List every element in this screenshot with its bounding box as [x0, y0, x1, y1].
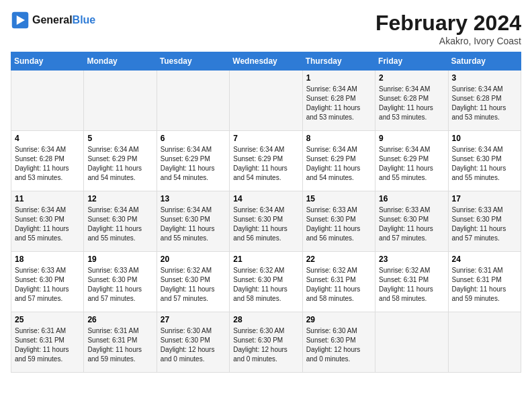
- day-info: Sunrise: 6:34 AM Sunset: 6:29 PM Dayligh…: [161, 145, 226, 183]
- calendar-cell: 3Sunrise: 6:34 AM Sunset: 6:28 PM Daylig…: [448, 71, 521, 131]
- day-number: 1: [306, 73, 371, 83]
- calendar-cell: 28Sunrise: 6:30 AM Sunset: 6:30 PM Dayli…: [230, 312, 302, 373]
- day-number: 28: [233, 315, 298, 324]
- day-info: Sunrise: 6:34 AM Sunset: 6:29 PM Dayligh…: [87, 145, 152, 183]
- day-info: Sunrise: 6:33 AM Sunset: 6:30 PM Dayligh…: [306, 205, 371, 243]
- logo: GeneralBlue: [11, 11, 95, 30]
- day-number: 11: [15, 194, 80, 203]
- week-row-3: 18Sunrise: 6:33 AM Sunset: 6:30 PM Dayli…: [11, 252, 521, 312]
- calendar-cell: 2Sunrise: 6:34 AM Sunset: 6:28 PM Daylig…: [375, 71, 448, 131]
- calendar-cell: 18Sunrise: 6:33 AM Sunset: 6:30 PM Dayli…: [11, 252, 84, 312]
- day-number: 18: [15, 255, 80, 264]
- day-number: 26: [87, 315, 152, 324]
- day-info: Sunrise: 6:31 AM Sunset: 6:31 PM Dayligh…: [452, 266, 517, 304]
- calendar-cell: 8Sunrise: 6:34 AM Sunset: 6:29 PM Daylig…: [302, 131, 375, 191]
- day-info: Sunrise: 6:34 AM Sunset: 6:29 PM Dayligh…: [233, 145, 298, 183]
- main-title: February 2024: [375, 11, 521, 36]
- day-info: Sunrise: 6:32 AM Sunset: 6:30 PM Dayligh…: [161, 266, 226, 304]
- calendar-header: SundayMondayTuesdayWednesdayThursdayFrid…: [11, 52, 521, 71]
- day-info: Sunrise: 6:33 AM Sunset: 6:30 PM Dayligh…: [87, 266, 152, 304]
- page-header: GeneralBlue February 2024 Akakro, Ivory …: [11, 11, 521, 46]
- calendar-cell: 21Sunrise: 6:32 AM Sunset: 6:30 PM Dayli…: [230, 252, 302, 312]
- day-info: Sunrise: 6:34 AM Sunset: 6:29 PM Dayligh…: [379, 145, 444, 183]
- calendar-cell: 13Sunrise: 6:34 AM Sunset: 6:30 PM Dayli…: [157, 191, 229, 252]
- subtitle: Akakro, Ivory Coast: [375, 36, 521, 46]
- calendar-body: 1Sunrise: 6:34 AM Sunset: 6:28 PM Daylig…: [11, 71, 521, 373]
- day-number: 12: [87, 194, 152, 203]
- day-info: Sunrise: 6:34 AM Sunset: 6:28 PM Dayligh…: [379, 85, 444, 122]
- day-number: 13: [161, 194, 226, 203]
- calendar-cell: 19Sunrise: 6:33 AM Sunset: 6:30 PM Dayli…: [84, 252, 157, 312]
- day-number: 9: [379, 134, 444, 143]
- day-info: Sunrise: 6:34 AM Sunset: 6:30 PM Dayligh…: [87, 205, 152, 243]
- day-number: 5: [87, 134, 152, 143]
- title-block: February 2024 Akakro, Ivory Coast: [375, 11, 521, 46]
- week-row-2: 11Sunrise: 6:34 AM Sunset: 6:30 PM Dayli…: [11, 191, 521, 252]
- day-header-friday: Friday: [375, 52, 448, 71]
- calendar-cell: [230, 71, 302, 131]
- day-number: 6: [161, 134, 226, 143]
- calendar-cell: 14Sunrise: 6:34 AM Sunset: 6:30 PM Dayli…: [230, 191, 302, 252]
- calendar-cell: 27Sunrise: 6:30 AM Sunset: 6:30 PM Dayli…: [157, 312, 229, 373]
- week-row-0: 1Sunrise: 6:34 AM Sunset: 6:28 PM Daylig…: [11, 71, 521, 131]
- day-info: Sunrise: 6:33 AM Sunset: 6:30 PM Dayligh…: [15, 266, 80, 304]
- logo-text: GeneralBlue: [32, 14, 95, 26]
- day-number: 19: [87, 255, 152, 264]
- calendar-cell: 29Sunrise: 6:30 AM Sunset: 6:30 PM Dayli…: [302, 312, 375, 373]
- day-header-saturday: Saturday: [448, 52, 521, 71]
- calendar-cell: 15Sunrise: 6:33 AM Sunset: 6:30 PM Dayli…: [302, 191, 375, 252]
- day-info: Sunrise: 6:30 AM Sunset: 6:30 PM Dayligh…: [233, 326, 298, 364]
- day-header-tuesday: Tuesday: [157, 52, 229, 71]
- calendar-cell: 24Sunrise: 6:31 AM Sunset: 6:31 PM Dayli…: [448, 252, 521, 312]
- calendar-cell: [157, 71, 229, 131]
- calendar-cell: 10Sunrise: 6:34 AM Sunset: 6:30 PM Dayli…: [448, 131, 521, 191]
- day-header-wednesday: Wednesday: [230, 52, 302, 71]
- day-info: Sunrise: 6:34 AM Sunset: 6:28 PM Dayligh…: [306, 85, 371, 122]
- day-header-sunday: Sunday: [11, 52, 84, 71]
- calendar-cell: 20Sunrise: 6:32 AM Sunset: 6:30 PM Dayli…: [157, 252, 229, 312]
- day-info: Sunrise: 6:32 AM Sunset: 6:31 PM Dayligh…: [379, 266, 444, 304]
- day-info: Sunrise: 6:34 AM Sunset: 6:30 PM Dayligh…: [233, 205, 298, 243]
- calendar-cell: [84, 71, 157, 131]
- calendar-cell: [11, 71, 84, 131]
- day-info: Sunrise: 6:30 AM Sunset: 6:30 PM Dayligh…: [161, 326, 226, 364]
- day-number: 21: [233, 255, 298, 264]
- day-number: 2: [379, 73, 444, 83]
- day-info: Sunrise: 6:32 AM Sunset: 6:31 PM Dayligh…: [306, 266, 371, 304]
- day-number: 4: [15, 134, 80, 143]
- day-number: 10: [452, 134, 517, 143]
- day-number: 16: [379, 194, 444, 203]
- week-row-1: 4Sunrise: 6:34 AM Sunset: 6:28 PM Daylig…: [11, 131, 521, 191]
- calendar-cell: 12Sunrise: 6:34 AM Sunset: 6:30 PM Dayli…: [84, 191, 157, 252]
- day-number: 25: [15, 315, 80, 324]
- day-number: 14: [233, 194, 298, 203]
- day-header-monday: Monday: [84, 52, 157, 71]
- day-number: 20: [161, 255, 226, 264]
- day-number: 27: [161, 315, 226, 324]
- calendar-cell: 23Sunrise: 6:32 AM Sunset: 6:31 PM Dayli…: [375, 252, 448, 312]
- calendar-cell: 1Sunrise: 6:34 AM Sunset: 6:28 PM Daylig…: [302, 71, 375, 131]
- day-number: 24: [452, 255, 517, 264]
- day-info: Sunrise: 6:33 AM Sunset: 6:30 PM Dayligh…: [452, 205, 517, 243]
- day-info: Sunrise: 6:34 AM Sunset: 6:28 PM Dayligh…: [452, 85, 517, 122]
- day-info: Sunrise: 6:34 AM Sunset: 6:30 PM Dayligh…: [15, 205, 80, 243]
- day-info: Sunrise: 6:33 AM Sunset: 6:30 PM Dayligh…: [379, 205, 444, 243]
- calendar-cell: 5Sunrise: 6:34 AM Sunset: 6:29 PM Daylig…: [84, 131, 157, 191]
- day-number: 3: [452, 73, 517, 83]
- calendar-cell: [448, 312, 521, 373]
- day-info: Sunrise: 6:34 AM Sunset: 6:29 PM Dayligh…: [306, 145, 371, 183]
- day-info: Sunrise: 6:31 AM Sunset: 6:31 PM Dayligh…: [15, 326, 80, 364]
- calendar-table: SundayMondayTuesdayWednesdayThursdayFrid…: [11, 52, 521, 373]
- calendar-cell: 16Sunrise: 6:33 AM Sunset: 6:30 PM Dayli…: [375, 191, 448, 252]
- day-info: Sunrise: 6:30 AM Sunset: 6:30 PM Dayligh…: [306, 326, 371, 364]
- calendar-cell: 11Sunrise: 6:34 AM Sunset: 6:30 PM Dayli…: [11, 191, 84, 252]
- day-number: 7: [233, 134, 298, 143]
- calendar-cell: 26Sunrise: 6:31 AM Sunset: 6:31 PM Dayli…: [84, 312, 157, 373]
- day-info: Sunrise: 6:34 AM Sunset: 6:30 PM Dayligh…: [452, 145, 517, 183]
- calendar-cell: 4Sunrise: 6:34 AM Sunset: 6:28 PM Daylig…: [11, 131, 84, 191]
- calendar-cell: 7Sunrise: 6:34 AM Sunset: 6:29 PM Daylig…: [230, 131, 302, 191]
- calendar-cell: 9Sunrise: 6:34 AM Sunset: 6:29 PM Daylig…: [375, 131, 448, 191]
- calendar-cell: 22Sunrise: 6:32 AM Sunset: 6:31 PM Dayli…: [302, 252, 375, 312]
- week-row-4: 25Sunrise: 6:31 AM Sunset: 6:31 PM Dayli…: [11, 312, 521, 373]
- day-number: 23: [379, 255, 444, 264]
